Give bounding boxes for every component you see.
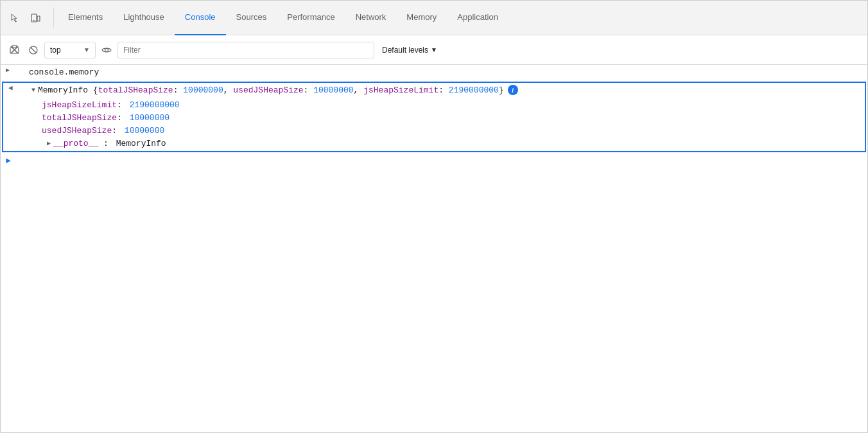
- collapse-arrow-icon[interactable]: ▼: [31, 87, 35, 94]
- used-heap-value-inline[interactable]: 10000000: [313, 85, 353, 95]
- tab-performance[interactable]: Performance: [277, 1, 345, 35]
- default-levels-button[interactable]: Default levels ▼: [377, 42, 442, 58]
- svg-rect-1: [37, 16, 40, 21]
- tab-network[interactable]: Network: [345, 1, 397, 35]
- heap-limit-value-inline[interactable]: 2190000000: [449, 85, 499, 95]
- object-name-label: MemoryInfo: [38, 85, 93, 95]
- proto-value: MemoryInfo: [116, 139, 166, 148]
- device-icon-button[interactable]: [26, 9, 44, 27]
- close-brace: }: [499, 85, 504, 95]
- tab-console[interactable]: Console: [175, 1, 226, 35]
- clear-console-button[interactable]: [6, 42, 22, 58]
- prop-row-heap-limit: jsHeapSizeLimit : 2190000000: [42, 98, 865, 111]
- proto-row: ▶ __proto__ : MemoryInfo: [42, 137, 865, 150]
- expand-gutter[interactable]: ▶: [1, 66, 26, 74]
- console-memory-row: ▶ console.memory: [1, 65, 867, 80]
- svg-line-8: [31, 48, 36, 53]
- prop-value-heap-limit[interactable]: 2190000000: [130, 100, 180, 110]
- back-arrow-icon: ◀: [8, 84, 13, 92]
- prop-name-heap-limit: jsHeapSizeLimit: [42, 100, 117, 110]
- header-content: ▼ MemoryInfo { totalJSHeapSize : 1000000…: [29, 84, 865, 96]
- console-content: ▶ console.memory ◀ ▼ MemoryInfo { totalJ…: [1, 65, 867, 433]
- stop-icon-button[interactable]: [25, 42, 42, 58]
- tab-sources[interactable]: Sources: [226, 1, 277, 35]
- info-badge-icon[interactable]: i: [508, 85, 518, 95]
- input-cursor-row[interactable]: ►: [1, 154, 867, 168]
- tab-application[interactable]: Application: [447, 1, 508, 35]
- cursor-icon-button[interactable]: [6, 9, 24, 27]
- svg-point-9: [105, 48, 108, 51]
- console-memory-text: console.memory: [26, 66, 867, 79]
- default-levels-label: Default levels: [382, 46, 428, 55]
- proto-expand-icon[interactable]: ▶: [47, 139, 51, 147]
- chevron-down-icon: ▼: [83, 46, 90, 53]
- toolbar-icons: [6, 9, 44, 27]
- prop-value-used-heap[interactable]: 10000000: [125, 126, 164, 136]
- tab-elements[interactable]: Elements: [58, 1, 113, 35]
- input-caret-icon: ►: [1, 156, 11, 166]
- console-toolbar: top ▼ Default levels ▼: [1, 35, 867, 65]
- context-value: top: [50, 46, 61, 55]
- expand-arrow-icon[interactable]: ▶: [6, 66, 10, 74]
- total-heap-value-inline[interactable]: 10000000: [183, 85, 223, 95]
- context-selector[interactable]: top ▼: [44, 42, 96, 58]
- tab-memory[interactable]: Memory: [396, 1, 447, 35]
- default-levels-chevron-icon: ▼: [431, 46, 437, 53]
- memory-command-text: console.memory: [29, 67, 99, 77]
- used-heap-label-inline: usedJSHeapSize: [233, 85, 303, 95]
- total-heap-label-inline: totalJSHeapSize: [98, 85, 173, 95]
- open-brace: {: [93, 85, 98, 95]
- header-gutter: ◀: [3, 84, 29, 92]
- heap-limit-label-inline: jsHeapSizeLimit: [363, 85, 438, 95]
- prop-value-total-heap[interactable]: 10000000: [130, 113, 169, 123]
- prop-row-used-heap: usedJSHeapSize : 10000000: [42, 124, 865, 137]
- memory-object-container: ◀ ▼ MemoryInfo { totalJSHeapSize : 10000…: [2, 82, 866, 152]
- tab-bar: Elements Lighthouse Console Sources Perf…: [1, 1, 867, 35]
- tab-lighthouse[interactable]: Lighthouse: [113, 1, 175, 35]
- filter-input[interactable]: [117, 42, 374, 58]
- prop-name-used-heap: usedJSHeapSize: [42, 126, 112, 136]
- toolbar-divider: [53, 8, 54, 28]
- memory-header-row: ◀ ▼ MemoryInfo { totalJSHeapSize : 10000…: [3, 83, 865, 97]
- proto-label: __proto__: [53, 139, 98, 148]
- prop-name-total-heap: totalJSHeapSize: [42, 113, 117, 123]
- eye-icon-button[interactable]: [98, 42, 115, 58]
- prop-row-total-heap: totalJSHeapSize : 10000000: [42, 111, 865, 124]
- memory-props: jsHeapSizeLimit : 2190000000 totalJSHeap…: [3, 97, 865, 151]
